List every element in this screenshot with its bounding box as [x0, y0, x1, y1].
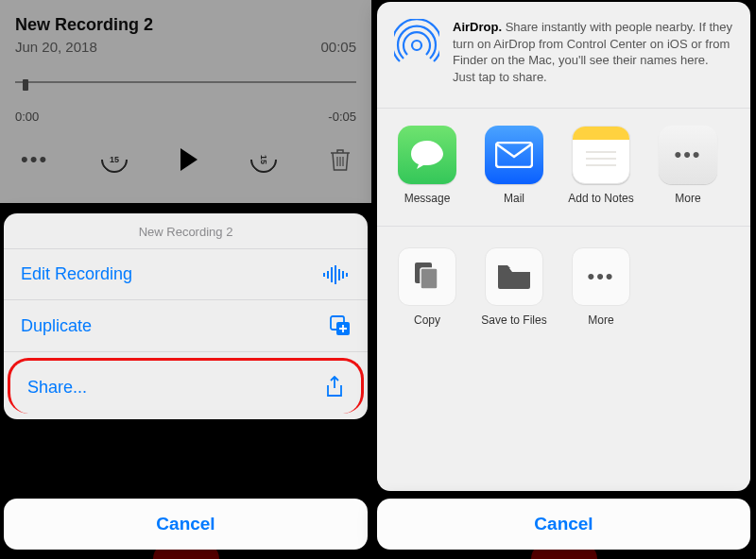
- more-actions-icon: •••: [572, 247, 630, 306]
- share-app-notes[interactable]: Add to Notes: [564, 126, 638, 205]
- skip-back-15-icon[interactable]: 15: [95, 141, 133, 178]
- edit-recording-button[interactable]: Edit Recording: [4, 249, 368, 300]
- share-apps-row: Message Mail Add to Notes ••• More: [377, 109, 750, 227]
- cancel-button[interactable]: Cancel: [377, 499, 750, 550]
- notes-icon: [572, 126, 630, 184]
- mail-icon: [485, 126, 543, 184]
- action-more[interactable]: ••• More: [564, 247, 638, 327]
- skip-forward-15-icon[interactable]: 15: [245, 141, 283, 178]
- svg-point-9: [412, 41, 421, 50]
- share-sheet: AirDrop. Share instantly with people nea…: [377, 2, 750, 491]
- copy-icon: [398, 247, 456, 306]
- share-app-message[interactable]: Message: [390, 126, 464, 205]
- share-label: Share...: [27, 378, 87, 398]
- svg-rect-15: [421, 268, 438, 289]
- recording-card: New Recording 2 Jun 20, 2018 00:05 0:00 …: [0, 0, 371, 203]
- edit-recording-label: Edit Recording: [21, 264, 132, 284]
- playback-scrubber[interactable]: [15, 81, 356, 106]
- action-copy[interactable]: Copy: [390, 247, 464, 327]
- action-sheet: New Recording 2 Edit Recording Duplicate: [4, 213, 368, 419]
- action-save-to-files[interactable]: Save to Files: [477, 247, 551, 327]
- more-options-icon[interactable]: •••: [21, 147, 48, 172]
- recording-duration: 00:05: [320, 39, 356, 55]
- voice-memos-screen: New Recording 2 Jun 20, 2018 00:05 0:00 …: [0, 0, 371, 559]
- waveform-icon: [322, 265, 351, 284]
- recording-title: New Recording 2: [15, 15, 356, 35]
- recording-date: Jun 20, 2018: [15, 39, 97, 55]
- share-actions-row: Copy Save to Files ••• More: [377, 227, 750, 347]
- action-sheet-title: New Recording 2: [4, 213, 368, 249]
- share-icon: [325, 376, 344, 398]
- airdrop-description: AirDrop. Share instantly with people nea…: [453, 19, 733, 85]
- duplicate-button[interactable]: Duplicate: [4, 300, 368, 352]
- share-app-more[interactable]: ••• More: [651, 126, 725, 205]
- airdrop-icon: [394, 19, 439, 64]
- airdrop-section[interactable]: AirDrop. Share instantly with people nea…: [377, 2, 750, 109]
- folder-icon: [485, 247, 543, 306]
- trash-icon[interactable]: [330, 147, 351, 172]
- duplicate-label: Duplicate: [21, 316, 92, 336]
- cancel-button[interactable]: Cancel: [4, 499, 368, 550]
- remaining-time: -0:05: [328, 110, 356, 124]
- elapsed-time: 0:00: [15, 110, 39, 124]
- share-button[interactable]: Share...: [8, 358, 364, 414]
- duplicate-icon: [330, 315, 351, 336]
- share-sheet-screen: AirDrop. Share instantly with people nea…: [371, 0, 756, 559]
- share-app-mail[interactable]: Mail: [477, 126, 551, 205]
- message-icon: [398, 126, 456, 184]
- play-icon[interactable]: [180, 148, 198, 171]
- more-apps-icon: •••: [659, 126, 717, 184]
